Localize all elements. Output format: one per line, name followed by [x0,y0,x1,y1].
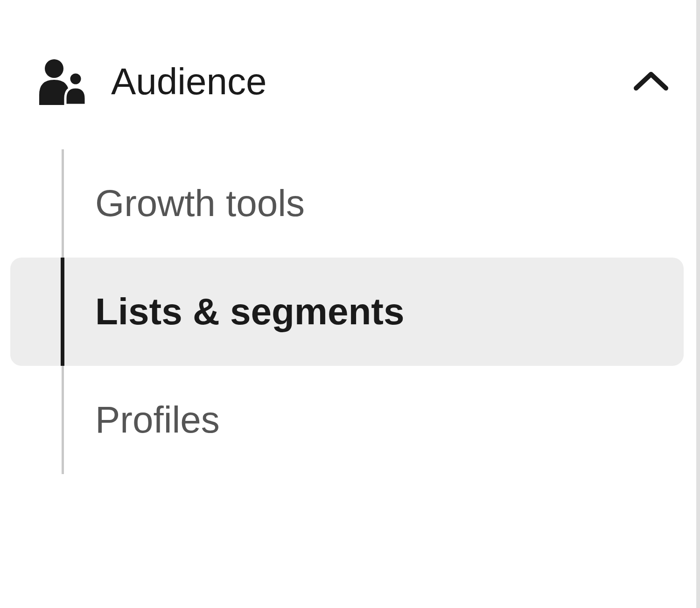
sidebar-item-lists-segments[interactable]: Lists & segments [10,258,684,366]
sidebar-section-items: Growth tools Lists & segments Profiles [28,149,700,474]
svg-point-0 [45,59,63,78]
chevron-up-icon [630,61,672,103]
sidebar-item-label: Lists & segments [95,290,404,333]
sidebar-item-growth-tools[interactable]: Growth tools [10,149,684,258]
sidebar-item-label: Profiles [95,398,220,441]
sidebar-item-profiles[interactable]: Profiles [10,366,684,474]
sidebar-section-label: Audience [111,60,267,103]
sidebar-section-audience: Audience Growth tools Lists & segments P… [0,0,700,474]
audience-icon [37,56,89,107]
svg-point-1 [69,72,82,85]
sidebar-item-label: Growth tools [95,182,305,225]
sidebar-section-header-audience[interactable]: Audience [28,47,700,117]
